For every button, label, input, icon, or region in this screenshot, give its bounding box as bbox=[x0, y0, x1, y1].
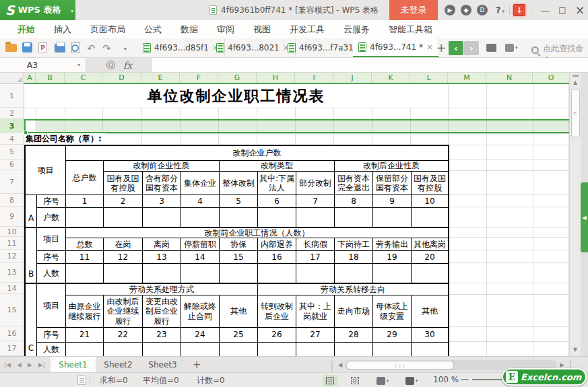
col-label[interactable]: 离岗 bbox=[143, 238, 181, 251]
empty-cell[interactable] bbox=[220, 264, 258, 284]
fill-handle[interactable] bbox=[24, 131, 28, 135]
serial-cell[interactable]: 17 bbox=[296, 251, 335, 264]
row-header[interactable]: 9 bbox=[0, 207, 24, 227]
serial-cell[interactable]: 10 bbox=[412, 195, 449, 208]
serial-cell[interactable]: 3 bbox=[143, 195, 181, 208]
col-header[interactable]: E bbox=[141, 73, 180, 83]
row-header[interactable]: 14 bbox=[0, 283, 24, 294]
empty-cell[interactable] bbox=[143, 264, 181, 284]
col-label[interactable]: 其中：上岗就业 bbox=[296, 295, 335, 328]
add-sheet-button[interactable]: + bbox=[189, 357, 205, 373]
col-label[interactable]: 其中:下属法人 bbox=[258, 172, 296, 195]
serial-cell[interactable]: 19 bbox=[373, 251, 412, 264]
banner-households[interactable]: 改制企业户数 bbox=[66, 146, 449, 161]
serial-cell[interactable]: 29 bbox=[373, 328, 412, 343]
serial-cell[interactable]: 5 bbox=[220, 195, 258, 208]
insert-function-icon[interactable]: fx bbox=[123, 60, 132, 71]
col-header[interactable]: G bbox=[218, 73, 257, 83]
first-sheet-icon[interactable]: |◀ bbox=[4, 361, 11, 368]
vertical-scroll-thumb[interactable]: ≡ bbox=[571, 89, 580, 137]
empty-cell[interactable] bbox=[296, 343, 335, 356]
col-label[interactable]: 走向市场 bbox=[335, 295, 373, 328]
row-header[interactable]: 15 bbox=[0, 294, 24, 326]
zoom-slider[interactable] bbox=[472, 379, 503, 380]
col-label[interactable]: 总数 bbox=[66, 238, 104, 251]
select-all-corner[interactable] bbox=[0, 73, 24, 84]
col-label[interactable]: 协保 bbox=[220, 238, 258, 251]
serial-cell[interactable]: 15 bbox=[220, 251, 258, 264]
last-sheet-icon[interactable]: ▶| bbox=[38, 361, 45, 368]
download-icon[interactable]: ↓ bbox=[513, 4, 525, 16]
empty-cell[interactable] bbox=[373, 343, 412, 356]
row-header[interactable]: 17 bbox=[0, 341, 24, 356]
maximize-button[interactable]: □ bbox=[554, 0, 571, 20]
serial-cell[interactable]: 1 bbox=[66, 195, 104, 208]
selection-row-3[interactable] bbox=[24, 119, 569, 133]
name-box-dropdown-icon[interactable]: ▾ bbox=[77, 62, 80, 68]
empty-cell[interactable] bbox=[104, 264, 143, 284]
empty-cell[interactable] bbox=[181, 208, 220, 228]
menu-data[interactable]: 数据 bbox=[171, 20, 207, 38]
reading-mode-icon[interactable]: ▾ bbox=[401, 375, 422, 386]
play-circle-icon[interactable]: ▶ bbox=[445, 5, 455, 15]
col-header[interactable]: B bbox=[36, 73, 65, 83]
col-label[interactable]: 在岗 bbox=[104, 238, 143, 251]
group-restructure-type[interactable]: 改制类型 bbox=[220, 161, 335, 172]
menu-view[interactable]: 视图 bbox=[244, 20, 280, 38]
col-label[interactable]: 由改制后企业继续履行 bbox=[104, 295, 143, 328]
serial-cell[interactable]: 4 bbox=[181, 195, 220, 208]
col-header[interactable]: A bbox=[24, 73, 36, 83]
page-layout-view-icon[interactable]: ▾ bbox=[372, 375, 393, 386]
menu-formulas[interactable]: 公式 bbox=[135, 20, 171, 38]
row-header[interactable]: 12 bbox=[0, 250, 24, 262]
serial-cell[interactable]: 13 bbox=[143, 251, 181, 264]
data-row-label[interactable]: 户数 bbox=[37, 208, 66, 228]
col-label[interactable]: 长病假 bbox=[296, 238, 335, 251]
empty-cell[interactable] bbox=[296, 264, 335, 284]
undo-icon[interactable]: ↶ bbox=[87, 44, 96, 54]
col-label[interactable]: 内部退养 bbox=[258, 238, 296, 251]
new-tab-button[interactable]: + bbox=[436, 41, 446, 55]
empty-cell[interactable] bbox=[181, 264, 220, 284]
banner-pre-restructure-staff[interactable]: 改制前企业职工情况（人数） bbox=[66, 228, 449, 238]
col-header[interactable]: J bbox=[333, 73, 372, 83]
serial-cell[interactable]: 26 bbox=[258, 328, 296, 343]
col-header[interactable]: H bbox=[257, 73, 295, 83]
empty-cell[interactable] bbox=[373, 208, 412, 228]
horizontal-scroll-thumb[interactable]: ❘❘❘ bbox=[346, 361, 454, 370]
section-label-b[interactable]: B bbox=[26, 228, 37, 284]
serial-cell[interactable]: 27 bbox=[296, 328, 335, 343]
empty-cell[interactable] bbox=[258, 264, 296, 284]
menu-insert[interactable]: 插入 bbox=[44, 20, 81, 38]
skin-circle-icon[interactable]: D bbox=[477, 5, 488, 15]
row-header[interactable]: 13 bbox=[0, 262, 24, 283]
search-icon[interactable] bbox=[531, 44, 539, 57]
data-row-label[interactable]: 人数 bbox=[37, 264, 66, 284]
header-total-households[interactable]: 总户数 bbox=[66, 161, 104, 195]
col-label[interactable]: 其他 bbox=[412, 295, 449, 328]
logo-dropdown-icon[interactable]: ▾ bbox=[71, 8, 73, 14]
empty-cell[interactable] bbox=[143, 208, 181, 228]
empty-cell[interactable] bbox=[104, 343, 143, 356]
row-header[interactable]: 7 bbox=[0, 170, 24, 194]
empty-cell[interactable] bbox=[181, 343, 220, 356]
serial-cell[interactable]: 11 bbox=[66, 251, 104, 264]
col-label[interactable]: 劳务输出 bbox=[373, 238, 412, 251]
presentation-icon[interactable] bbox=[486, 44, 496, 52]
export-pdf-icon[interactable]: P bbox=[38, 42, 47, 53]
col-label[interactable]: 母体或上级安置 bbox=[373, 295, 412, 328]
prev-tab-button[interactable]: ‹ bbox=[449, 41, 463, 55]
empty-cell[interactable] bbox=[373, 264, 412, 284]
diamond-circle-icon[interactable]: ◆ bbox=[461, 5, 471, 15]
row-header[interactable]: 6 bbox=[0, 160, 24, 170]
serial-cell[interactable]: 28 bbox=[335, 328, 373, 343]
scroll-down-icon[interactable]: ▼ bbox=[570, 347, 581, 353]
menu-review[interactable]: 审阅 bbox=[207, 20, 244, 38]
header-item[interactable]: 项目 bbox=[37, 284, 66, 328]
row-header[interactable]: 5 bbox=[0, 145, 24, 160]
empty-cell[interactable] bbox=[104, 208, 143, 228]
serial-cell[interactable]: 25 bbox=[220, 328, 258, 343]
cells-area[interactable]: 单位改制企业职工情况表 集团公司名称（章）: 项目 改制企业户数 总户数 改制前… bbox=[24, 84, 569, 356]
serial-row-label[interactable]: 序号 bbox=[37, 195, 66, 208]
empty-cell[interactable] bbox=[258, 208, 296, 228]
